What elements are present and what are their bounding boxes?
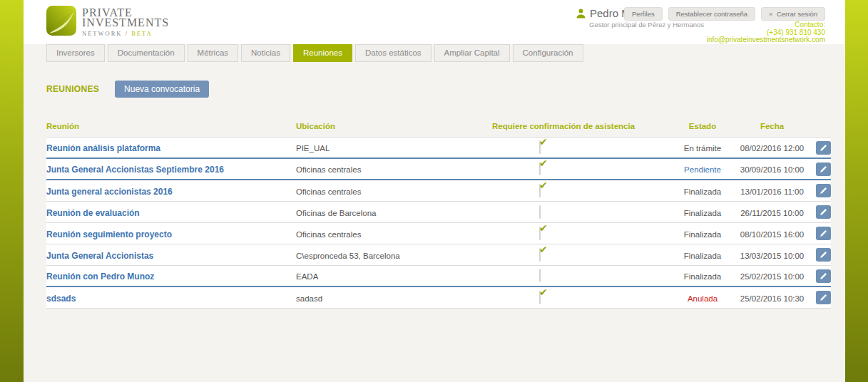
meeting-date: 26/11/2015 10:00 — [740, 209, 804, 217]
pencil-icon — [820, 294, 827, 301]
contact-email-link[interactable]: info@privateinvestmentsnetwork.com — [707, 36, 825, 44]
meeting-date: 13/01/2016 11:00 — [740, 187, 804, 196]
meeting-location: PIE_UAL — [296, 144, 330, 153]
user-role: Gestor principal de Pérez y Hermanos — [589, 21, 704, 29]
edit-meeting-button[interactable] — [816, 248, 831, 262]
meeting-location: Oficinas centrales — [296, 187, 361, 196]
tab-datos-estaticos[interactable]: Datos estáticos — [355, 44, 432, 62]
meeting-name-link[interactable]: Reunión de evaluación — [46, 208, 140, 218]
profiles-button[interactable]: Perfiles — [624, 7, 663, 21]
brand-slash: / — [126, 30, 128, 37]
pencil-icon — [820, 144, 827, 152]
edit-meeting-button[interactable] — [816, 227, 831, 240]
reset-password-button-label: Restablecer contraseña — [676, 10, 747, 18]
meetings-table-body: Reunión análisis plataforma PIE_UAL ✔ En… — [46, 138, 831, 309]
table-row: Reunión análisis plataforma PIE_UAL ✔ En… — [46, 138, 831, 159]
status-text: Finalizada — [684, 272, 721, 281]
meetings-table: Reunión Ubicación Requiere confirmación … — [46, 115, 831, 309]
main-area: PRIVATE INVESTMENTS NETWORK / BETA Pedro — [24, 0, 845, 382]
check-icon: ✔ — [539, 158, 548, 169]
tab-documentacion[interactable]: Documentación — [108, 44, 185, 62]
brand-network: NETWORK — [82, 30, 123, 37]
meeting-name-link[interactable]: Junta General Accionistas Septiembre 201… — [46, 165, 224, 175]
tab-configuracion[interactable]: Configuración — [513, 44, 583, 62]
content: REUNIONES Nueva convocatoria Reunión Ubi… — [24, 81, 845, 309]
confirmation-checkbox[interactable]: ✔ — [539, 205, 541, 219]
meeting-name-link[interactable]: Junta General Accionistas — [46, 251, 153, 261]
brand-logo[interactable]: PRIVATE INVESTMENTS NETWORK / BETA — [46, 6, 169, 38]
edit-meeting-button[interactable] — [816, 269, 831, 283]
meeting-location: sadasd — [296, 294, 322, 303]
confirmation-checkbox[interactable]: ✔ — [539, 227, 541, 240]
confirmation-checkbox[interactable]: ✔ — [539, 248, 541, 262]
meeting-date: 25/02/2016 10:30 — [740, 294, 805, 303]
meeting-date: 25/02/2015 10:00 — [740, 272, 805, 281]
status-text: En trámite — [684, 144, 721, 153]
top-header: PRIVATE INVESTMENTS NETWORK / BETA Pedro — [24, 0, 845, 44]
brand-wordmark: PRIVATE INVESTMENTS NETWORK / BETA — [82, 6, 169, 38]
meeting-location: EADA — [296, 272, 318, 281]
confirmation-checkbox[interactable]: ✔ — [539, 162, 541, 175]
meeting-name-link[interactable]: Junta general accionistas 2016 — [46, 187, 173, 197]
table-header-row: Reunión Ubicación Requiere confirmación … — [46, 115, 831, 138]
pencil-icon — [820, 251, 827, 259]
table-row: Junta General Accionistas C\espronceda 5… — [46, 244, 831, 266]
pencil-icon — [820, 229, 827, 237]
contact-label: Contacto: — [707, 21, 825, 29]
x-icon: × — [769, 11, 772, 18]
confirmation-checkbox[interactable]: ✔ — [539, 291, 541, 304]
tab-reuniones[interactable]: Reuniones — [293, 44, 352, 62]
new-meeting-button[interactable]: Nueva convocatoria — [115, 81, 209, 98]
tab-metricas[interactable]: Métricas — [188, 44, 238, 62]
meeting-date: 13/03/2015 10:00 — [740, 252, 805, 260]
status-text: Finalizada — [684, 209, 721, 217]
confirmation-checkbox[interactable]: ✔ — [539, 269, 541, 282]
status-text: Anulada — [688, 294, 718, 303]
confirmation-checkbox[interactable]: ✔ — [539, 184, 541, 197]
table-row: Junta General Accionistas Septiembre 201… — [46, 159, 831, 180]
meeting-name-link[interactable]: Reunión seguimiento proyecto — [46, 229, 172, 239]
check-icon: ✔ — [539, 286, 548, 298]
meeting-date: 08/02/2016 12:00 — [740, 144, 805, 153]
meeting-name-link[interactable]: Reunión análisis plataforma — [46, 143, 160, 153]
edit-meeting-button[interactable] — [816, 141, 831, 155]
page-header: REUNIONES Nueva convocatoria — [46, 81, 845, 98]
tab-noticias[interactable]: Noticias — [241, 44, 290, 62]
meeting-location: C\espronceda 53, Barcelona — [296, 252, 400, 260]
header-estado: Estado — [670, 122, 735, 130]
tab-ampliar-capital[interactable]: Ampliar Capital — [434, 44, 510, 62]
pencil-icon — [820, 187, 827, 195]
logout-button[interactable]: × Cerrar sesión — [761, 7, 825, 21]
status-text: Finalizada — [684, 230, 721, 239]
brand-beta: BETA — [131, 30, 153, 37]
table-row: Reunión con Pedro Munoz EADA ✔ Finalizad… — [46, 266, 831, 287]
table-row: Junta general accionistas 2016 Oficinas … — [46, 180, 831, 202]
meeting-name-link[interactable]: Reunión con Pedro Munoz — [46, 272, 154, 282]
tab-inversores[interactable]: Inversores — [46, 44, 105, 62]
logout-button-label: Cerrar sesión — [777, 10, 817, 18]
edit-meeting-button[interactable] — [816, 184, 831, 197]
reset-password-button[interactable]: Restablecer contraseña — [668, 7, 755, 21]
check-icon: ✔ — [539, 136, 548, 148]
check-icon: ✔ — [539, 244, 548, 255]
table-row: Reunión de evaluación Oficinas de Barcel… — [46, 202, 831, 223]
check-icon: ✔ — [539, 180, 548, 191]
meeting-location: Oficinas de Barcelona — [296, 209, 377, 217]
status-text: Finalizada — [684, 252, 721, 260]
table-row: sdsads sadasd ✔ Anulada 25/02/2016 10:30 — [46, 287, 831, 309]
header-ubicacion: Ubicación — [296, 122, 492, 130]
pencil-icon — [820, 272, 827, 280]
meeting-location: Oficinas centrales — [296, 230, 361, 239]
left-gradient-bar — [0, 0, 24, 382]
contact-block: Contacto: (+34) 931 810 430 info@private… — [707, 21, 825, 44]
user-icon — [576, 9, 586, 19]
pencil-icon — [820, 208, 827, 216]
edit-meeting-button[interactable] — [816, 205, 831, 219]
meeting-name-link[interactable]: sdsads — [46, 294, 76, 304]
meeting-date: 08/10/2015 16:00 — [740, 230, 805, 239]
confirmation-checkbox[interactable]: ✔ — [539, 140, 541, 154]
header-confirmacion: Requiere confirmación de asistencia — [492, 122, 670, 130]
header-reunion: Reunión — [46, 122, 296, 130]
edit-meeting-button[interactable] — [816, 291, 831, 304]
edit-meeting-button[interactable] — [816, 162, 831, 176]
